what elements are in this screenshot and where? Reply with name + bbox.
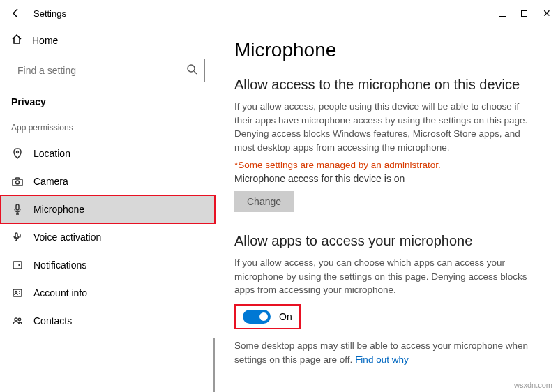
svg-point-10: [18, 318, 20, 320]
svg-point-0: [188, 65, 195, 72]
nav-list: Location Camera Microphone Voice activat…: [0, 140, 215, 335]
voice-icon: [11, 232, 24, 243]
home-icon: [11, 33, 22, 47]
minimize-button[interactable]: [499, 8, 506, 19]
sidebar-item-notifications[interactable]: Notifications: [0, 251, 215, 279]
device-access-status: Microphone access for this device is on: [234, 173, 538, 184]
app-access-description: If you allow access, you can choose whic…: [234, 256, 538, 297]
notifications-icon: [11, 259, 24, 271]
camera-icon: [11, 176, 24, 187]
maximize-button[interactable]: [521, 8, 527, 19]
svg-rect-6: [13, 262, 22, 269]
sidebar-item-voice-activation[interactable]: Voice activation: [0, 223, 215, 251]
search-input[interactable]: [17, 65, 186, 76]
account-icon: [11, 287, 24, 299]
svg-point-3: [16, 181, 20, 184]
change-button[interactable]: Change: [234, 191, 294, 212]
group-app-permissions: App permissions: [0, 119, 215, 140]
arrow-left-icon: [10, 8, 22, 19]
app-access-footer: Some desktop apps may still be able to a…: [234, 339, 538, 366]
home-label: Home: [32, 35, 58, 46]
location-icon: [11, 148, 24, 159]
sidebar-item-microphone[interactable]: Microphone: [0, 195, 215, 223]
svg-point-8: [15, 292, 17, 294]
window-title: Settings: [33, 8, 66, 19]
toggle-state-label: On: [279, 311, 292, 322]
sidebar-item-label: Account info: [33, 287, 87, 299]
close-button[interactable]: ✕: [543, 8, 551, 19]
sidebar-item-account-info[interactable]: Account info: [0, 279, 215, 307]
watermark: wsxdn.com: [514, 381, 552, 389]
sidebar-item-contacts[interactable]: Contacts: [0, 307, 215, 335]
contacts-icon: [11, 315, 24, 326]
svg-rect-5: [15, 233, 17, 238]
sidebar-item-location[interactable]: Location: [0, 140, 215, 167]
content-pane: Microphone Allow access to the microphon…: [215, 27, 558, 392]
svg-point-1: [17, 151, 19, 153]
device-access-description: If you allow access, people using this d…: [234, 100, 538, 154]
section-heading-app-access: Allow apps to access your microphone: [234, 233, 538, 249]
titlebar: Settings ✕: [0, 0, 558, 27]
sidebar-item-label: Notifications: [33, 259, 86, 271]
back-button[interactable]: [6, 3, 27, 24]
sidebar-item-label: Microphone: [33, 204, 84, 215]
sidebar: Home Privacy App permissions Location Ca…: [0, 27, 215, 392]
sidebar-item-label: Location: [33, 148, 70, 159]
app-access-toggle[interactable]: [243, 310, 271, 324]
sidebar-item-label: Voice activation: [33, 232, 101, 243]
window-controls: ✕: [499, 8, 552, 19]
search-box[interactable]: [10, 59, 205, 82]
sidebar-item-camera[interactable]: Camera: [0, 167, 215, 195]
svg-point-9: [15, 318, 17, 321]
app-access-toggle-row: On: [234, 304, 301, 329]
home-nav[interactable]: Home: [0, 27, 215, 54]
page-title: Microphone: [234, 39, 538, 61]
svg-rect-4: [16, 204, 19, 210]
sidebar-item-label: Camera: [33, 176, 68, 187]
find-out-why-link[interactable]: Find out why: [355, 354, 409, 365]
sidebar-item-label: Contacts: [33, 315, 72, 326]
section-privacy: Privacy: [0, 92, 215, 119]
section-heading-device-access: Allow access to the microphone on this d…: [234, 77, 538, 93]
microphone-icon: [11, 204, 24, 215]
search-icon: [186, 63, 197, 77]
admin-warning: *Some settings are managed by an adminis…: [234, 160, 538, 170]
